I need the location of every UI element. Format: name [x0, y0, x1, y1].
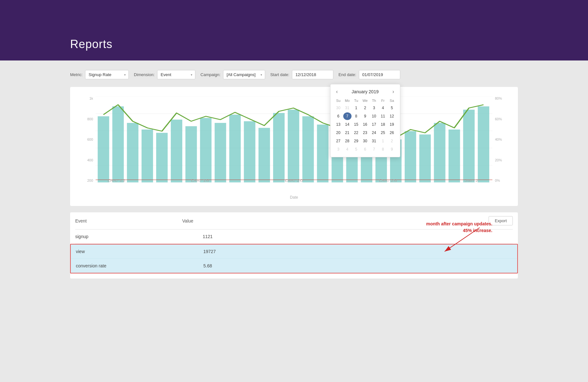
end-date-input[interactable]: [359, 70, 400, 79]
annotation-text: month after campaign updates.45% increas…: [426, 221, 492, 234]
dimension-select[interactable]: Event Campaign Date: [157, 70, 195, 79]
svg-rect-20: [302, 116, 314, 182]
chart-inner: Dec 12 Dec 16 Dec 20 Dec 26 Jan 2: [96, 96, 492, 182]
cal-day[interactable]: 22: [352, 129, 360, 137]
svg-rect-15: [229, 115, 241, 182]
row-event: signup: [75, 234, 203, 239]
cal-day[interactable]: 2: [388, 137, 396, 145]
svg-rect-21: [317, 124, 329, 182]
y-axis-right: 80% 60% 40% 20% 0%: [492, 96, 508, 182]
svg-text:Dec 16: Dec 16: [191, 178, 209, 182]
cal-day[interactable]: 1: [379, 137, 387, 145]
filters-row: Metric: Signup Rate Conversion Rate Clic…: [70, 70, 518, 79]
page-title: Reports: [70, 38, 113, 51]
svg-rect-19: [288, 110, 299, 182]
row-value: 19727: [203, 249, 216, 254]
cal-day[interactable]: 13: [334, 121, 343, 128]
cal-day[interactable]: 16: [361, 121, 369, 128]
campaign-label: Campaign:: [200, 72, 221, 77]
highlighted-rows: view 19727 conversion rate 5.68: [70, 244, 518, 273]
cal-day[interactable]: 8: [352, 112, 360, 120]
cal-day[interactable]: 6: [361, 145, 369, 153]
dimension-select-wrapper: Event Campaign Date: [157, 70, 195, 79]
svg-rect-9: [142, 130, 153, 182]
svg-rect-31: [463, 110, 475, 182]
cal-day[interactable]: 30: [334, 104, 343, 112]
svg-rect-30: [448, 130, 460, 182]
chart-area: 1k 800 600 400 200 80% 60% 40% 20% 0%: [80, 96, 508, 192]
cal-day[interactable]: 1: [352, 104, 360, 112]
y-label: 1k: [89, 96, 93, 100]
cal-day[interactable]: 23: [361, 129, 369, 137]
y-label-right: 20%: [495, 158, 502, 162]
cal-header-we: We: [361, 98, 369, 103]
cal-day[interactable]: 9: [361, 112, 369, 120]
cal-day[interactable]: 3: [334, 145, 343, 153]
cal-day[interactable]: 12: [388, 112, 396, 120]
cal-day-selected[interactable]: 7: [343, 112, 352, 120]
calendar-next-button[interactable]: ›: [390, 88, 396, 95]
cal-day[interactable]: 4: [343, 145, 352, 153]
campaign-select[interactable]: [All Campaigns] Campaign A Campaign B: [223, 70, 265, 79]
cal-day[interactable]: 27: [334, 137, 343, 145]
cal-day[interactable]: 26: [388, 129, 396, 137]
cal-day[interactable]: 31: [343, 104, 352, 112]
metric-select[interactable]: Signup Rate Conversion Rate Click Rate: [85, 70, 129, 79]
svg-text:Jan 2: Jan 2: [464, 178, 478, 182]
svg-rect-10: [156, 133, 168, 182]
cal-day[interactable]: 2: [361, 104, 369, 112]
cal-day[interactable]: 29: [352, 137, 360, 145]
cal-day[interactable]: 14: [343, 121, 352, 128]
chart-svg: Dec 12 Dec 16 Dec 20 Dec 26 Jan 2: [96, 96, 492, 182]
y-label-right: 80%: [495, 96, 502, 100]
calendar-month-title: January 2019: [352, 89, 379, 94]
cal-day[interactable]: 21: [343, 129, 352, 137]
campaign-select-wrapper: [All Campaigns] Campaign A Campaign B: [223, 70, 265, 79]
start-date-label: Start date:: [270, 72, 289, 77]
cal-day[interactable]: 28: [343, 137, 352, 145]
svg-rect-16: [244, 121, 255, 182]
cal-day[interactable]: 24: [370, 129, 378, 137]
start-date-input[interactable]: [292, 70, 333, 79]
y-label: 200: [87, 179, 93, 182]
row-event: view: [76, 249, 203, 254]
cal-day[interactable]: 30: [361, 137, 369, 145]
cal-day[interactable]: 3: [370, 104, 378, 112]
y-axis-left: 1k 800 600 400 200: [80, 96, 96, 182]
metric-label: Metric:: [70, 72, 83, 77]
table-row-view: view 19727: [71, 244, 517, 259]
cal-day[interactable]: 17: [370, 121, 378, 128]
cal-day[interactable]: 15: [352, 121, 360, 128]
cal-header-fr: Fr: [379, 98, 387, 103]
calendar-prev-button[interactable]: ‹: [334, 88, 340, 95]
row-event: conversion rate: [76, 263, 203, 268]
svg-rect-32: [478, 106, 489, 182]
cal-day[interactable]: 7: [370, 145, 378, 153]
cal-day[interactable]: 20: [334, 129, 343, 137]
cal-day[interactable]: 5: [352, 145, 360, 153]
svg-rect-7: [112, 106, 124, 182]
cal-day[interactable]: 11: [379, 112, 387, 120]
metric-filter-group: Metric: Signup Rate Conversion Rate Clic…: [70, 70, 129, 79]
cal-day[interactable]: 10: [370, 112, 378, 120]
col-event-header: Event: [75, 218, 87, 223]
cal-day[interactable]: 8: [379, 145, 387, 153]
cal-header-sa: Sa: [388, 98, 396, 103]
cal-day[interactable]: 18: [379, 121, 387, 128]
svg-rect-6: [98, 116, 109, 182]
cal-day[interactable]: 4: [379, 104, 387, 112]
y-label-right: 0%: [495, 179, 500, 182]
svg-rect-13: [200, 118, 212, 183]
cal-day[interactable]: 25: [379, 129, 387, 137]
calendar-grid: Su Mo Tu We Th Fr Sa 30 31 1 2 3 4 5 6: [334, 98, 396, 153]
top-bar: Reports: [0, 0, 588, 60]
cal-day[interactable]: 6: [334, 112, 343, 120]
cal-day[interactable]: 19: [388, 121, 396, 128]
y-label-right: 60%: [495, 117, 502, 121]
cal-day[interactable]: 5: [388, 104, 396, 112]
cal-day[interactable]: 9: [388, 145, 396, 153]
cal-day[interactable]: 31: [370, 137, 378, 145]
table-row-conversion: conversion rate 5.68: [71, 259, 517, 273]
svg-rect-12: [185, 126, 197, 182]
end-date-group: End date: ‹ January 2019 › Su Mo Tu We T…: [338, 70, 400, 79]
